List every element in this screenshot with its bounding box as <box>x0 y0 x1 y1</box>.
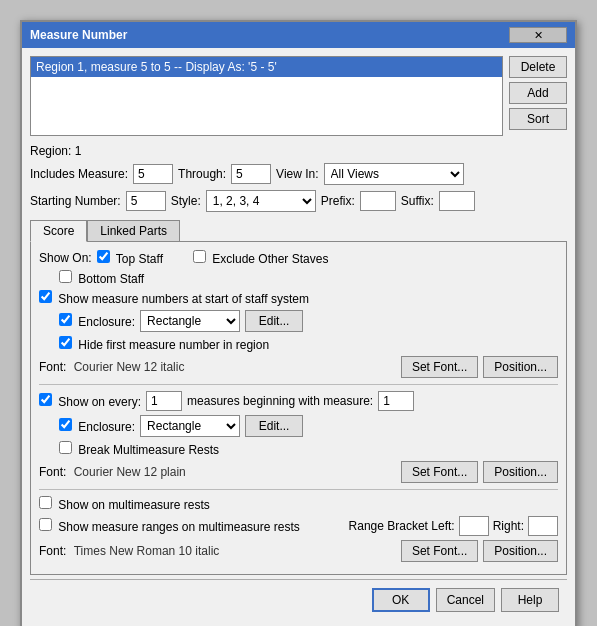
font2-row: Font: Courier New 12 plain Set Font... P… <box>39 461 558 483</box>
starting-number-input[interactable] <box>126 191 166 211</box>
tabs: Score Linked Parts <box>30 220 567 242</box>
position1-button[interactable]: Position... <box>483 356 558 378</box>
position3-button[interactable]: Position... <box>483 540 558 562</box>
dialog-title: Measure Number <box>30 28 127 42</box>
delete-button[interactable]: Delete <box>509 56 567 78</box>
font1-btns: Set Font... Position... <box>401 356 558 378</box>
region-label-row: Region: 1 <box>30 144 567 158</box>
cancel-button[interactable]: Cancel <box>436 588 495 612</box>
show-on-every-row: Show on every: measures beginning with m… <box>39 391 558 411</box>
starting-number-label: Starting Number: <box>30 194 121 208</box>
through-label: Through: <box>178 167 226 181</box>
right-label: Right: <box>493 519 524 533</box>
style-label: Style: <box>171 194 201 208</box>
edit1-button[interactable]: Edit... <box>245 310 303 332</box>
break-multimeasure-label[interactable]: Break Multimeasure Rests <box>59 441 219 457</box>
enclosure1-label-wrap[interactable]: Enclosure: <box>59 313 135 329</box>
region-label: Region: 1 <box>30 144 81 158</box>
show-on-every-checkbox[interactable] <box>39 393 52 406</box>
set-font2-button[interactable]: Set Font... <box>401 461 478 483</box>
set-font1-button[interactable]: Set Font... <box>401 356 478 378</box>
ok-button[interactable]: OK <box>372 588 430 612</box>
view-in-select[interactable]: All Views Score Parts <box>324 163 464 185</box>
hide-first-row: Hide first measure number in region <box>59 336 558 352</box>
help-button[interactable]: Help <box>501 588 559 612</box>
range-inputs: Range Bracket Left: Right: <box>349 516 558 536</box>
region-list: Region 1, measure 5 to 5 -- Display As: … <box>30 56 503 136</box>
show-on-label: Show On: <box>39 251 92 265</box>
bottom-staff-checkbox[interactable] <box>59 270 72 283</box>
break-multimeasure-checkbox[interactable] <box>59 441 72 454</box>
show-multimeasure-label[interactable]: Show on multimeasure rests <box>39 496 210 512</box>
show-measure-numbers-checkbox[interactable] <box>39 290 52 303</box>
add-button[interactable]: Add <box>509 82 567 104</box>
font1-row: Font: Courier New 12 italic Set Font... … <box>39 356 558 378</box>
show-multimeasure-row: Show on multimeasure rests <box>39 496 558 512</box>
beginning-value-input[interactable] <box>378 391 414 411</box>
includes-label: Includes Measure: <box>30 167 128 181</box>
show-on-every-label[interactable]: Show on every: <box>39 393 141 409</box>
style-select[interactable]: 1, 2, 3, 4 a, b, c, d A, B, C, D <box>206 190 316 212</box>
show-on-row: Show On: Top Staff Exclude Other Staves <box>39 250 558 266</box>
starting-row: Starting Number: Style: 1, 2, 3, 4 a, b,… <box>30 190 567 212</box>
show-ranges-checkbox[interactable] <box>39 518 52 531</box>
range-bracket-left-input[interactable] <box>459 516 489 536</box>
enclosure2-checkbox[interactable] <box>59 418 72 431</box>
show-measure-numbers-label[interactable]: Show measure numbers at start of staff s… <box>39 290 309 306</box>
exclude-other-staves-label[interactable]: Exclude Other Staves <box>193 250 328 266</box>
hide-first-checkbox[interactable] <box>59 336 72 349</box>
close-button[interactable]: ✕ <box>509 27 567 43</box>
show-ranges-label[interactable]: Show measure ranges on multimeasure rest… <box>39 518 300 534</box>
font3-row: Font: Times New Roman 10 italic Set Font… <box>39 540 558 562</box>
includes-row: Includes Measure: Through: View In: All … <box>30 163 567 185</box>
through-input[interactable] <box>231 164 271 184</box>
enclosure2-label-wrap[interactable]: Enclosure: <box>59 418 135 434</box>
show-multimeasure-checkbox[interactable] <box>39 496 52 509</box>
enclosure1-checkbox[interactable] <box>59 313 72 326</box>
enclosure1-select[interactable]: Rectangle Circle None Diamond <box>140 310 240 332</box>
every-value-input[interactable] <box>146 391 182 411</box>
position2-button[interactable]: Position... <box>483 461 558 483</box>
tab-score[interactable]: Score <box>30 220 87 242</box>
exclude-other-staves-checkbox[interactable] <box>193 250 206 263</box>
title-bar: Measure Number ✕ <box>22 22 575 48</box>
top-staff-label[interactable]: Top Staff <box>97 250 163 266</box>
footer: OK Cancel Help <box>30 579 567 620</box>
bottom-staff-label[interactable]: Bottom Staff <box>59 270 144 286</box>
tab-linked-parts[interactable]: Linked Parts <box>87 220 180 242</box>
hide-first-label[interactable]: Hide first measure number in region <box>59 336 269 352</box>
range-bracket-left-label: Range Bracket Left: <box>349 519 455 533</box>
action-buttons: Delete Add Sort <box>509 56 567 136</box>
sort-button[interactable]: Sort <box>509 108 567 130</box>
show-ranges-row: Show measure ranges on multimeasure rest… <box>39 516 558 536</box>
enclosure1-row: Enclosure: Rectangle Circle None Diamond… <box>59 310 558 332</box>
suffix-label: Suffix: <box>401 194 434 208</box>
tab-content-score: Show On: Top Staff Exclude Other Staves … <box>30 241 567 575</box>
prefix-input[interactable] <box>360 191 396 211</box>
prefix-label: Prefix: <box>321 194 355 208</box>
font2-btns: Set Font... Position... <box>401 461 558 483</box>
show-measure-numbers-row: Show measure numbers at start of staff s… <box>39 290 558 306</box>
measures-beginning-label: measures beginning with measure: <box>187 394 373 408</box>
suffix-input[interactable] <box>439 191 475 211</box>
list-section: Region 1, measure 5 to 5 -- Display As: … <box>30 56 567 136</box>
top-staff-checkbox[interactable] <box>97 250 110 263</box>
break-multimeasure-row: Break Multimeasure Rests <box>59 441 558 457</box>
includes-measure-input[interactable] <box>133 164 173 184</box>
font1-label: Font: Courier New 12 italic <box>39 360 184 374</box>
font2-label: Font: Courier New 12 plain <box>39 465 186 479</box>
view-in-label: View In: <box>276 167 318 181</box>
font3-btns: Set Font... Position... <box>401 540 558 562</box>
enclosure2-select[interactable]: Rectangle Circle None <box>140 415 240 437</box>
font3-label: Font: Times New Roman 10 italic <box>39 544 219 558</box>
set-font3-button[interactable]: Set Font... <box>401 540 478 562</box>
edit2-button[interactable]: Edit... <box>245 415 303 437</box>
region-list-item[interactable]: Region 1, measure 5 to 5 -- Display As: … <box>31 57 502 77</box>
enclosure2-row: Enclosure: Rectangle Circle None Edit... <box>59 415 558 437</box>
bottom-staff-row: Bottom Staff <box>59 270 558 286</box>
measure-number-dialog: Measure Number ✕ Region 1, measure 5 to … <box>20 20 577 626</box>
right-input[interactable] <box>528 516 558 536</box>
